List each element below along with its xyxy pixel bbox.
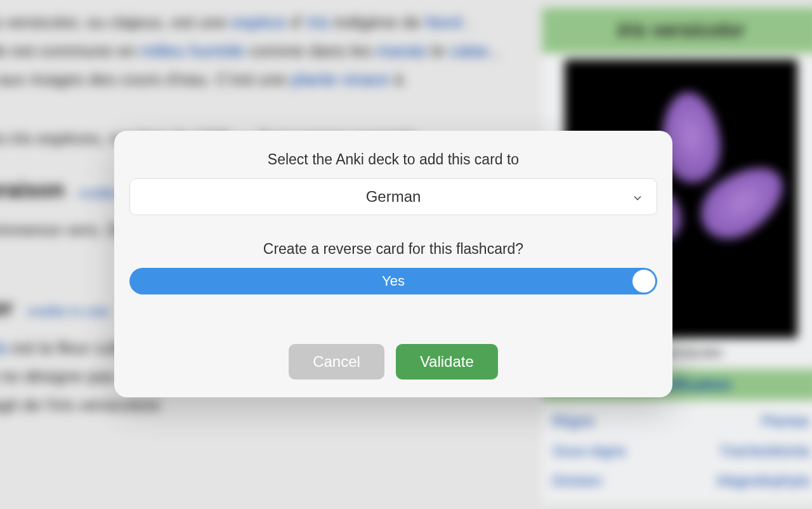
toggle-label: Yes xyxy=(382,273,405,289)
add-card-modal: Select the Anki deck to add this card to… xyxy=(114,131,672,397)
deck-select[interactable]: German xyxy=(129,178,657,215)
deck-prompt: Select the Anki deck to add this card to xyxy=(129,151,657,168)
toggle-knob xyxy=(632,270,655,293)
chevron-down-icon xyxy=(631,190,644,203)
reverse-card-toggle[interactable]: Yes xyxy=(129,268,657,294)
cancel-button[interactable]: Cancel xyxy=(289,344,384,380)
deck-selected-value: German xyxy=(366,188,421,206)
validate-button[interactable]: Validate xyxy=(396,344,498,380)
modal-buttons: Cancel Validate xyxy=(129,344,657,380)
reverse-prompt: Create a reverse card for this flashcard… xyxy=(129,241,657,258)
